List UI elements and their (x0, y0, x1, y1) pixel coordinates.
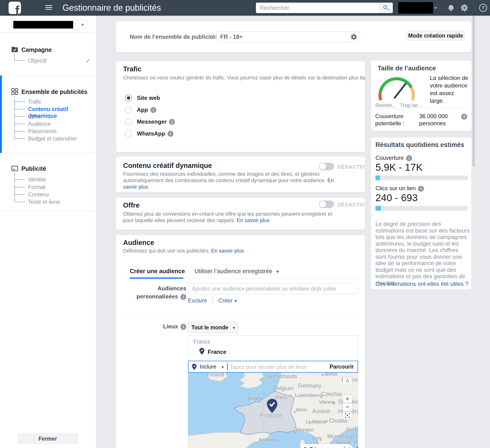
traffic-title: Trafic (123, 65, 141, 73)
adset-name-input[interactable] (217, 32, 347, 42)
dynamic-creative-toggle[interactable] (319, 163, 334, 170)
exclude-link[interactable]: Exclure (188, 297, 207, 304)
facebook-logo[interactable] (9, 2, 21, 14)
search-input[interactable] (256, 3, 379, 13)
close-button[interactable]: Fermer (17, 433, 79, 444)
map-label: Jersey (247, 395, 261, 401)
location-group-header: France (193, 339, 210, 345)
location-scope-dropdown[interactable]: Tout le monde (188, 322, 238, 333)
account-chevron-down-icon[interactable] (434, 0, 437, 16)
learn-more-link[interactable]: En savoir plus (237, 217, 270, 223)
account-selector-redacted (13, 21, 73, 28)
estimates-feedback-link[interactable]: Ces estimations ont-elles été utiles ? (376, 281, 468, 287)
sidebar-section-ad[interactable]: Publicité (21, 165, 46, 172)
sidebar-item-placements[interactable]: Placements (28, 128, 57, 134)
selected-location[interactable]: France (208, 349, 227, 355)
audience-subtitle: Définissez qui doit voir vos publicités. (123, 248, 210, 254)
add-location-placeholder[interactable]: Tapez pour ajouter plus de lieux (230, 364, 307, 370)
map-zoom-out-button[interactable]: − (343, 403, 352, 411)
quick-creation-mode-button[interactable]: Mode création rapide (407, 31, 465, 41)
help-icon[interactable] (479, 4, 487, 12)
objective-complete-check-icon (86, 57, 91, 64)
top-navigation-bar: Gestionnaire de publicités (0, 0, 490, 16)
sidebar-item-audience[interactable]: Audience (28, 121, 51, 127)
offer-description: Obtenez plus de conversions en créant un… (123, 211, 332, 223)
traffic-option-site-web[interactable]: Site web (125, 94, 160, 102)
tab-use-saved-audience[interactable]: Utiliser l’audience enregistrée (194, 268, 279, 275)
account-selector[interactable] (11, 20, 87, 30)
divider (375, 108, 468, 109)
info-icon[interactable] (169, 119, 175, 125)
audience-size-message: La sélection de votre audience est assez… (430, 74, 470, 105)
info-icon[interactable] (167, 131, 174, 137)
locations-map[interactable]: IrelandNetherlandsBerlinPolandGermanyBel… (188, 373, 358, 448)
location-pin-icon (199, 348, 205, 355)
tab-create-audience[interactable]: Créer une audience (130, 268, 185, 275)
include-dropdown[interactable]: Inclure (200, 364, 224, 370)
offer-title: Offre (123, 201, 140, 209)
sidebar-item-identite[interactable]: Identité (28, 176, 46, 183)
sidebar-item-objectif[interactable]: Objectif (28, 57, 47, 64)
browse-button[interactable]: Parcourir (330, 364, 354, 370)
radio-icon[interactable] (125, 118, 132, 125)
reach-estimate-label: Couverture (376, 155, 412, 161)
traffic-option-whatsapp[interactable]: WhatsApp (125, 130, 174, 137)
learn-more-link[interactable]: En savoir plus (211, 248, 244, 254)
sidebar-item-budget-calendrier[interactable]: Budget et calendrier (28, 135, 77, 142)
map-fit-button[interactable] (343, 411, 352, 420)
info-icon[interactable] (180, 294, 186, 300)
sidebar-item-texte-liens[interactable]: Texte et liens (28, 198, 60, 205)
sidebar-item-contenu-creatif-dynamique[interactable]: Contenu créatif dynamique (28, 106, 96, 112)
map-zoom-in-button[interactable]: + (343, 395, 352, 403)
custom-audience-actions: Exclure | Créer (188, 297, 237, 304)
chevron-down-icon (235, 298, 237, 304)
custom-audiences-input[interactable] (188, 283, 358, 294)
sidebar-item-format[interactable]: Format (28, 184, 45, 190)
dynamic-creative-title: Contenu créatif dynamique (123, 162, 212, 170)
sidebar-item-contenu[interactable]: Contenu (28, 191, 49, 198)
toggle-status-label: DÉSACTIVÉ (337, 164, 365, 170)
toggle-status-label: DÉSACTIVÉ (337, 202, 365, 208)
info-icon[interactable] (461, 114, 467, 120)
map-label: Ireland (207, 373, 224, 378)
info-icon[interactable] (418, 186, 424, 192)
settings-gear-icon[interactable] (461, 4, 468, 12)
create-link[interactable]: Créer (218, 297, 233, 304)
traffic-option-messenger[interactable]: Messenger (125, 118, 175, 125)
account-name-redacted[interactable] (398, 2, 433, 14)
fit-pin-icon (345, 413, 350, 419)
traffic-option-app[interactable]: App (125, 106, 156, 114)
radio-icon[interactable] (125, 106, 132, 113)
audience-title: Audience (123, 239, 154, 247)
name-options-button[interactable] (348, 32, 359, 42)
campaign-icon (11, 46, 18, 53)
location-pin-icon (192, 364, 197, 370)
drop-pin-button[interactable]: Déposer une épingle (300, 444, 353, 448)
link-clicks-label: Clics sur un lien (376, 185, 424, 192)
sidebar-item-trafic[interactable]: Trafic (28, 99, 42, 105)
traffic-subtitle: Choisissez où vous voulez générer du tra… (123, 75, 365, 81)
info-icon[interactable] (150, 107, 156, 113)
map-label: Andorra (259, 437, 277, 442)
map-city-dot (294, 411, 296, 413)
map-city-dot (355, 441, 357, 443)
map-label: Germany (298, 382, 322, 389)
radio-icon[interactable] (125, 130, 132, 137)
sidebar-item-offre[interactable]: Offre (28, 113, 40, 120)
search-button[interactable] (379, 3, 393, 13)
map-collapse-button[interactable]: ᐱ (343, 377, 352, 385)
map-label: Austria (312, 408, 330, 414)
info-icon[interactable] (180, 324, 186, 330)
scrollbar-thumb[interactable] (472, 15, 475, 166)
map-label: Czechia (321, 391, 342, 397)
menu-icon[interactable] (45, 5, 52, 10)
map-label: Serbia (346, 426, 358, 433)
search-icon (383, 5, 387, 9)
sidebar-section-adset[interactable]: Ensemble de publicités (21, 88, 88, 95)
radio-selected-icon[interactable] (125, 94, 132, 101)
offer-toggle[interactable] (319, 200, 334, 208)
sidebar-section-campaign[interactable]: Campagne (21, 46, 52, 53)
notifications-bell-icon[interactable] (448, 5, 454, 11)
info-icon[interactable] (406, 155, 412, 161)
divider (123, 279, 358, 279)
